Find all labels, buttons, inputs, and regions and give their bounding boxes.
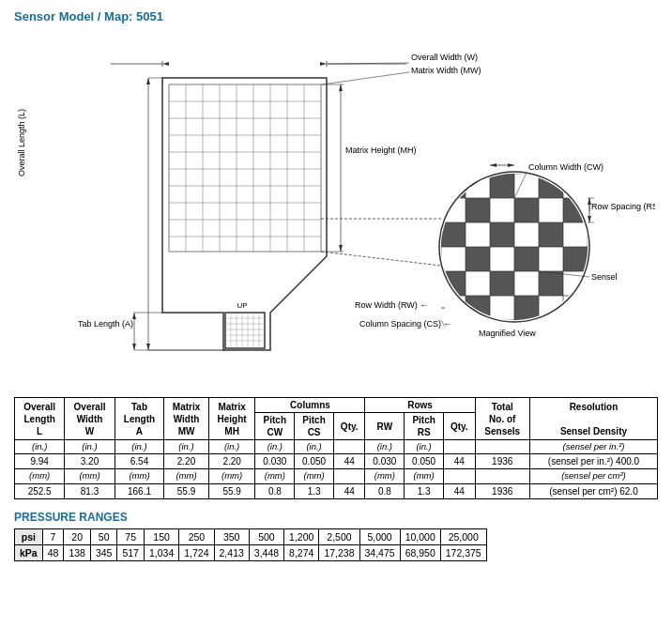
unit-row-qty [443, 440, 475, 454]
unit-MW-mm: (mm) [164, 469, 209, 483]
svg-rect-83 [514, 296, 539, 320]
col-header-col-qty: Qty. [333, 413, 365, 440]
val-L-mm: 252.5 [15, 483, 65, 498]
svg-text:Row Width (RW) ←: Row Width (RW) ← [355, 300, 428, 310]
svg-rect-81 [539, 271, 563, 296]
unit-W: (in.) [65, 440, 115, 454]
kpa-row: kPa 48 138 345 517 1,034 1,724 2,413 3,4… [15, 544, 487, 560]
val-CW-mm: 0.8 [255, 483, 295, 498]
val-CS-in: 0.050 [295, 454, 334, 469]
unit-col-qty [333, 440, 365, 454]
kpa-val-7: 3,448 [249, 544, 283, 560]
svg-text:Matrix Height (MH): Matrix Height (MH) [345, 145, 417, 155]
val-MH-mm: 55.9 [208, 483, 255, 498]
svg-marker-60 [132, 313, 136, 319]
unit-MW: (in.) [164, 440, 209, 454]
val-MW-mm: 55.9 [164, 483, 209, 498]
svg-text:Column Spacing (CS) ←: Column Spacing (CS) ← [359, 319, 452, 329]
psi-val-2: 50 [90, 528, 117, 544]
unit-CW-mm: (mm) [255, 469, 295, 483]
val-A-in: 6.54 [115, 454, 164, 469]
kpa-val-6: 2,413 [214, 544, 249, 560]
unit-W-mm: (mm) [65, 469, 115, 483]
psi-val-6: 350 [214, 528, 249, 544]
unit-RW-mm: (mm) [365, 469, 405, 483]
kpa-val-4: 1,034 [144, 544, 178, 560]
svg-line-45 [322, 72, 409, 84]
unit-density: (sensel per in.²) [529, 440, 657, 454]
kpa-val-0: 48 [42, 544, 64, 560]
unit-col-qty-mm [333, 469, 365, 483]
svg-rect-77 [514, 247, 539, 271]
unit-A-mm: (mm) [115, 469, 164, 483]
svg-text:Row Spacing (RS): Row Spacing (RS) [591, 202, 655, 211]
unit-L: (in.) [15, 440, 65, 454]
svg-text:Overall Length (L): Overall Length (L) [17, 109, 26, 176]
val-MH-in: 2.20 [208, 454, 255, 469]
psi-val-8: 1,200 [284, 528, 319, 544]
psi-val-9: 2,500 [319, 528, 359, 544]
psi-label: psi [15, 528, 43, 544]
kpa-val-12: 172,375 [440, 544, 486, 560]
pressure-title: PRESSURE RANGES [14, 511, 658, 524]
svg-rect-78 [563, 247, 588, 271]
val-W-mm: 81.3 [65, 483, 115, 498]
unit-L-mm: (mm) [15, 469, 65, 483]
svg-marker-49 [339, 245, 343, 252]
data-row-mm: 252.5 81.3 166.1 55.9 55.9 0.8 1.3 44 0.… [15, 483, 658, 498]
psi-val-3: 75 [117, 528, 145, 544]
psi-val-12: 25,000 [440, 528, 486, 544]
svg-rect-73 [441, 222, 466, 247]
units-row-mm: (mm) (mm) (mm) (mm) (mm) (mm) (mm) (mm) … [15, 469, 658, 483]
psi-row: psi 7 20 50 75 150 250 350 500 1,200 2,5… [15, 528, 487, 544]
psi-val-1: 20 [64, 528, 91, 544]
col-header-A: TabLengthA [115, 398, 164, 440]
kpa-val-8: 8,274 [284, 544, 319, 560]
unit-CS: (in.) [295, 440, 334, 454]
svg-marker-54 [146, 78, 150, 84]
col-header-row-qty: Qty. [443, 413, 475, 440]
col-header-W: OverallWidthW [65, 398, 115, 440]
kpa-val-11: 68,950 [400, 544, 440, 560]
svg-marker-40 [162, 62, 169, 66]
kpa-val-3: 517 [117, 544, 145, 560]
col-header-rows: Rows [365, 398, 475, 413]
svg-rect-75 [539, 222, 563, 247]
svg-marker-109 [588, 216, 591, 222]
val-col-qty-mm: 44 [333, 483, 365, 498]
val-RW-in: 0.030 [365, 454, 405, 469]
psi-val-10: 5,000 [359, 528, 400, 544]
svg-marker-55 [146, 344, 150, 350]
psi-val-11: 10,000 [400, 528, 440, 544]
unit-MH: (in.) [208, 440, 255, 454]
svg-rect-23 [225, 313, 265, 348]
svg-text:Matrix Width (MW): Matrix Width (MW) [411, 66, 481, 75]
val-density-in: (sensel per in.²) 400.0 [529, 454, 657, 469]
val-sensels-mm: 1936 [475, 483, 529, 498]
svg-marker-61 [132, 344, 136, 350]
svg-text:UP: UP [237, 301, 247, 310]
kpa-val-1: 138 [64, 544, 91, 560]
svg-rect-71 [514, 198, 539, 222]
kpa-label: kPa [15, 544, 43, 560]
col-header-RW: RW [365, 413, 405, 440]
col-header-resolution: ResolutionSensel Density [529, 398, 657, 440]
diagram-area: UP Overall Width (W) Matrix Width (MW) M… [14, 31, 658, 388]
psi-val-5: 250 [179, 528, 214, 544]
psi-val-4: 150 [144, 528, 178, 544]
kpa-val-9: 17,238 [319, 544, 359, 560]
col-header-MW: MatrixWidthMW [164, 398, 209, 440]
col-header-columns: Columns [255, 398, 365, 413]
unit-CS-mm: (mm) [295, 469, 334, 483]
svg-rect-80 [490, 271, 514, 296]
unit-sensels [475, 440, 529, 454]
val-row-qty-mm: 44 [443, 483, 475, 498]
kpa-val-2: 345 [90, 544, 117, 560]
unit-CW: (in.) [255, 440, 295, 454]
svg-marker-41 [320, 62, 327, 66]
unit-A: (in.) [115, 440, 164, 454]
psi-val-7: 500 [249, 528, 283, 544]
pressure-section: PRESSURE RANGES psi 7 20 50 75 150 250 3… [14, 511, 658, 561]
unit-RS-mm: (mm) [405, 469, 444, 483]
col-header-CW: PitchCW [255, 413, 295, 440]
